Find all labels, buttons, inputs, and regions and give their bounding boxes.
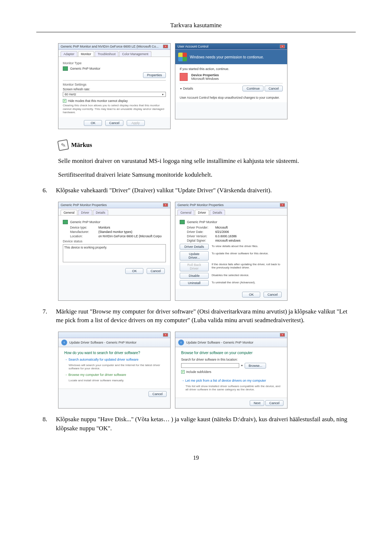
props-general-dialog: Generic PnP Monitor Properties × General… [58,202,171,301]
shield-icon [178,53,187,61]
refresh-rate-dropdown[interactable]: 60 Hertz ▼ [63,92,166,97]
include-subfolders-checkbox[interactable]: ✓ [181,370,185,374]
uac-details-toggle[interactable]: ▼ Details [180,87,193,90]
tab-troubleshoot[interactable]: Troubleshoot [95,51,118,57]
continue-button[interactable]: Continue [242,86,264,91]
cancel-button[interactable]: Cancel [148,391,167,397]
tab-general[interactable]: General [177,210,194,215]
tab-general[interactable]: General [61,210,77,215]
option-browse-desc: Locate and install driver software manua… [69,379,164,382]
tab-color-mgmt[interactable]: Color Management [119,51,151,57]
driver-details-desc: To view details about the driver files. [212,244,258,248]
close-icon[interactable]: × [163,45,168,48]
tab-driver[interactable]: Driver [78,210,92,215]
screenshot-row-3: × ‹ Update Driver Software - Generic PnP… [58,332,356,409]
window-buttons: × [163,45,168,48]
titlebar: Generic PnP Monitor Properties × [175,202,287,208]
search-location-label: Search for driver software in this locat… [181,358,281,361]
provider-label: Driver Provider: [187,226,215,229]
date-value: 6/21/2006 [215,230,229,234]
close-icon[interactable]: × [163,333,168,337]
hide-modes-desc: Clearing this check box allows you to se… [63,104,166,114]
step-number: 6. [36,186,56,195]
disable-button[interactable]: Disable [180,273,209,279]
close-icon[interactable]: × [280,333,285,337]
ok-button[interactable]: OK [84,120,102,126]
dialog-title: Generic PnP Monitor Properties [61,203,107,207]
refresh-rate-value: 60 Hertz [65,93,76,96]
uac-titlebar: User Account Control × [175,44,287,50]
uninstall-button[interactable]: Uninstall [180,280,209,286]
ok-button[interactable]: OK [125,268,143,274]
tab-adapter[interactable]: Adapter [61,51,77,57]
cancel-button[interactable]: Cancel [105,120,123,126]
update-driver-button[interactable]: Update Driver... [180,251,209,260]
titlebar: Generic PnP Monitor Properties × [58,202,170,208]
cancel-button[interactable]: Cancel [264,292,282,297]
uac-banner-text: Windows needs your permission to contion… [190,55,264,59]
uac-banner: Windows needs your permission to contion… [175,50,287,64]
step-number: 8. [36,415,56,433]
option-auto-desc: Windows will search your computer and th… [69,364,164,370]
browse-button[interactable]: Browse... [245,363,266,369]
close-icon[interactable]: × [280,203,285,207]
uninstall-desc: To uninstall the driver (Advanced). [212,280,256,284]
version-label: Driver Version: [187,234,215,238]
screenshot-row-2: Generic PnP Monitor Properties × General… [58,202,356,301]
close-icon[interactable]: × [163,203,168,207]
cancel-button[interactable]: Cancel [147,268,165,274]
device-name: Generic PnP Monitor [70,220,100,224]
titlebar: × [58,332,170,338]
date-label: Driver Date: [187,230,215,234]
monitor-icon [180,220,185,224]
tab-monitor[interactable]: Monitor [78,51,94,57]
ok-button[interactable]: OK [242,292,260,297]
device-status-label: Device status [63,239,166,243]
dialog-title: Generic PnP Monitor Properties [177,203,224,207]
uac-publisher: Microsoft Windows [191,77,219,81]
disable-desc: Disables the selected device. [212,273,249,277]
note-section: ✎ Märkus [58,140,356,150]
rollback-button[interactable]: Roll Back Driver [180,262,209,271]
manufacturer-value: (Standard monitor types) [98,230,132,234]
step-text: Märkige ruut "Browse my computer for dri… [56,307,356,325]
wizard-heading: Browse for driver software on your compu… [181,351,281,355]
provider-value: Microsoft [215,226,228,229]
wizard-search-dialog: × ‹ Update Driver Software - Generic PnP… [58,332,171,409]
next-button[interactable]: Next [250,400,265,406]
tab-details[interactable]: Details [93,210,108,215]
tab-details[interactable]: Details [210,210,225,215]
rollback-desc: If the device fails after updating the d… [212,262,283,270]
back-button[interactable]: ‹ [178,340,184,345]
apply-button[interactable]: Apply [127,120,145,126]
manufacturer-label: Manufacturer: [70,230,98,234]
close-icon[interactable]: × [280,45,285,48]
step-6: 6. Klõpsake vahekaardi "Driver" (Draiver… [36,186,356,195]
cancel-button[interactable]: Cancel [265,400,283,406]
include-subfolders-label: Include subfolders [186,370,211,374]
step-8: 8. Klõpsake nuppu "Have Disk..." (Võta k… [36,415,356,433]
tab-driver[interactable]: Driver [195,210,209,215]
uac-title: User Account Control [177,45,208,48]
hide-modes-checkbox[interactable]: ✓ [63,99,66,103]
version-value: 6.0.6000.16386 [215,234,237,238]
step-number: 7. [36,307,56,325]
driver-details-button[interactable]: Driver Details [180,244,209,250]
cancel-button[interactable]: Cancel [265,86,283,91]
program-icon [180,73,188,81]
properties-button[interactable]: Properties [143,72,166,78]
monitor-settings-label: Monitor Settings [63,83,166,86]
titlebar: Generic PnP Monitor and NVIDIA GeForce 6… [58,44,170,50]
chevron-down-icon: ▼ [162,93,164,96]
option-browse[interactable]: → Browse my computer for driver software… [64,373,164,382]
chevron-down-icon[interactable]: ▼ [241,364,243,367]
path-input[interactable] [181,363,239,368]
note-para-1: Selle monitori draiver on varustatud MS-… [58,157,356,166]
option-auto-search[interactable]: → Search automatically for updated drive… [64,358,164,370]
option-pick-from-list[interactable]: → Let me pick from a list of device driv… [181,379,281,391]
step-text: Klõpsake nuppu "Have Disk..." (Võta keta… [56,415,356,433]
hide-modes-label: Hide modes that this monitor cannot disp… [68,99,128,103]
location-label: Location: [70,234,98,238]
back-button[interactable]: ‹ [61,340,67,345]
monitor-type-label: Monitor Type [63,61,166,65]
